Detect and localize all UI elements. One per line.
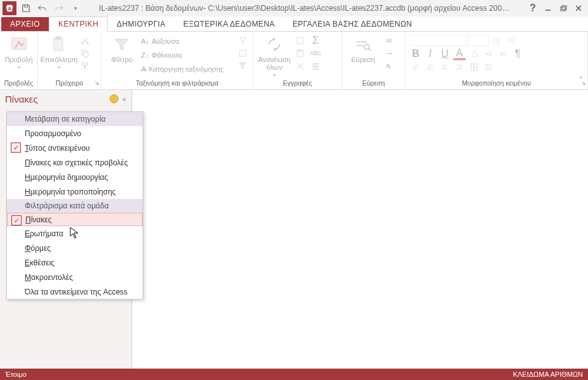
svg-rect-6 — [54, 38, 63, 51]
ribbon-group-find: Εύρεση ab → Εύρεση — [342, 32, 406, 89]
save-record-icon — [294, 47, 307, 60]
find-button: Εύρεση — [346, 34, 380, 79]
tab-create[interactable]: ΔΗΜΙΟΥΡΓΙΑ — [108, 17, 174, 31]
restore-icon[interactable] — [556, 1, 570, 15]
filter-button: Φίλτρο — [105, 34, 139, 79]
menu-item-all-objects[interactable]: Όλα τα αντικείμενα της Access — [7, 284, 143, 299]
qat-undo-icon[interactable] — [35, 1, 49, 15]
svg-rect-13 — [240, 50, 246, 56]
svg-rect-11 — [84, 52, 88, 57]
group-label-clipboard: Πρόχειρο↘ — [38, 79, 101, 89]
toggle-filter-icon — [236, 60, 249, 72]
menu-item-reports[interactable]: Εκθέσεις — [7, 255, 143, 270]
tab-file[interactable]: ΑΡΧΕΙΟ — [1, 17, 49, 31]
new-record-icon — [294, 34, 307, 47]
paste-icon — [49, 34, 69, 54]
ribbon-group-clipboard: Επικόλληση ▾ Πρόχειρο↘ — [38, 32, 101, 89]
group-label-records: Εγγραφές — [253, 79, 342, 89]
advanced-filter-icon — [236, 47, 249, 60]
nav-category-menu: Μετάβαση σε κατηγορία Προσαρμοσμένο ✓ Τύ… — [6, 111, 143, 300]
menu-item-modified-date[interactable]: Ημερομηνία τροποποίησης — [7, 184, 143, 199]
status-numlock: ΚΛΕΙΔΩΜΑ ΑΡΙΘΜΩΝ — [513, 370, 583, 378]
svg-rect-15 — [297, 50, 304, 56]
menu-item-tables[interactable]: ✓ Πίνακες — [7, 213, 143, 226]
svg-rect-19 — [312, 68, 319, 70]
align-center-icon — [438, 61, 451, 73]
filter-button-label: Φίλτρο — [112, 56, 132, 63]
selection-filter-icon — [236, 34, 249, 47]
tab-external-data[interactable]: ΕΞΩΤΕΡΙΚΑ ΔΕΔΟΜΕΝΑ — [174, 17, 283, 31]
increase-indent-icon — [497, 48, 509, 60]
menu-item-macros[interactable]: Μακροεντολές — [7, 270, 143, 284]
minimize-icon[interactable] — [541, 1, 555, 15]
svg-rect-51 — [485, 66, 492, 68]
cut-icon — [79, 34, 91, 47]
group-label-text-format: Μορφοποίηση κειμένου↘ — [406, 79, 587, 89]
alternate-color-icon — [482, 61, 495, 73]
decrease-indent-icon — [482, 48, 495, 60]
view-icon — [9, 34, 29, 54]
menu-header-goto-category: Μετάβαση σε κατηγορία — [7, 112, 143, 126]
svg-rect-18 — [312, 66, 319, 67]
svg-point-21 — [494, 38, 495, 39]
refresh-button-label: Ανανέωση όλων — [257, 56, 291, 71]
menu-item-object-type[interactable]: ✓ Τύπος αντικειμένου — [7, 141, 143, 155]
nav-pane-header[interactable]: Πίνακες « — [0, 90, 131, 108]
svg-text:2: 2 — [507, 39, 509, 43]
qat-redo-icon[interactable] — [52, 1, 66, 15]
qat-save-icon[interactable] — [19, 1, 33, 15]
underline-icon: U — [438, 48, 451, 60]
sort-desc-icon: Z↓ — [141, 51, 149, 59]
refresh-all-button: Ανανέωση όλων ▾ — [257, 34, 291, 79]
clear-sort-icon: A̶ — [141, 65, 146, 73]
check-icon: ✓ — [11, 215, 22, 225]
ribbon: Προβολή ▾ Προβολές Επικόλληση ▾ Πρόχειρο… — [0, 32, 588, 90]
clear-sort-button: A̶Κατάργηση ταξινόμησης — [141, 62, 234, 76]
menu-item-custom[interactable]: Προσαρμοσμένο — [7, 126, 143, 141]
delete-record-icon — [294, 60, 307, 72]
font-color-icon: A — [453, 48, 466, 60]
goto-icon: → — [383, 47, 395, 60]
qat-customize-icon[interactable]: ▾ — [68, 1, 82, 15]
svg-text:A: A — [8, 6, 11, 11]
ribbon-group-records: Ανανέωση όλων ▾ Σ ABC Εγγραφές — [253, 32, 342, 89]
sort-desc-button: Z↓Φθίνουσα — [141, 48, 234, 62]
fill-color-icon — [468, 48, 480, 60]
svg-point-23 — [494, 41, 495, 42]
tab-database-tools[interactable]: ΕΡΓΑΛΕΙΑ ΒΑΣΗΣ ΔΕΔΟΜΕΝΩΝ — [284, 17, 421, 31]
highlight-icon — [409, 61, 422, 73]
status-bar: Έτοιμο ΚΛΕΙΔΩΜΑ ΑΡΙΘΜΩΝ — [0, 369, 588, 380]
align-left-icon — [424, 61, 437, 73]
svg-rect-16 — [299, 50, 302, 52]
find-icon — [353, 34, 373, 54]
clipboard-launcher-icon[interactable]: ↘ — [94, 80, 99, 86]
menu-item-queries[interactable]: Ερωτήματα — [7, 226, 143, 241]
menu-header-filter-group: Φιλτράρισμα κατά ομάδα — [7, 199, 143, 213]
svg-rect-3 — [561, 7, 565, 11]
select-icon — [383, 60, 395, 72]
menu-item-created-date[interactable]: Ημερομηνία δημιουργίας — [7, 170, 143, 184]
close-icon[interactable] — [572, 1, 585, 15]
nav-collapse-icon[interactable]: « — [122, 95, 126, 103]
spelling-icon: ABC — [309, 47, 322, 60]
svg-rect-17 — [312, 63, 319, 65]
svg-rect-14 — [297, 37, 304, 44]
help-icon[interactable]: ? — [526, 1, 540, 15]
ribbon-collapse-icon[interactable]: ˄ — [577, 76, 585, 85]
document-area — [132, 90, 588, 369]
paste-button-label: Επικόλληση — [41, 56, 78, 63]
svg-point-20 — [364, 44, 369, 49]
access-app-icon: A — [3, 1, 16, 15]
tab-home[interactable]: ΚΕΝΤΡΙΚΗ — [49, 16, 108, 32]
check-icon: ✓ — [11, 142, 21, 153]
menu-item-related-views[interactable]: Πίνακες και σχετικές προβολές — [7, 155, 143, 170]
replace-icon: ab — [383, 34, 395, 47]
svg-point-25 — [494, 43, 495, 44]
menu-item-forms[interactable]: Φόρμες — [7, 241, 143, 255]
sort-asc-icon: A↓ — [141, 37, 150, 45]
svg-rect-37 — [412, 70, 419, 71]
ribbon-tabs: ΑΡΧΕΙΟ ΚΕΝΤΡΙΚΗ ΔΗΜΙΟΥΡΓΙΑ ΕΞΩΤΕΡΙΚΑ ΔΕΔ… — [0, 16, 588, 32]
italic-icon: I — [424, 48, 437, 60]
format-painter-icon — [79, 60, 91, 72]
nav-category-dropdown-icon[interactable] — [110, 94, 118, 103]
